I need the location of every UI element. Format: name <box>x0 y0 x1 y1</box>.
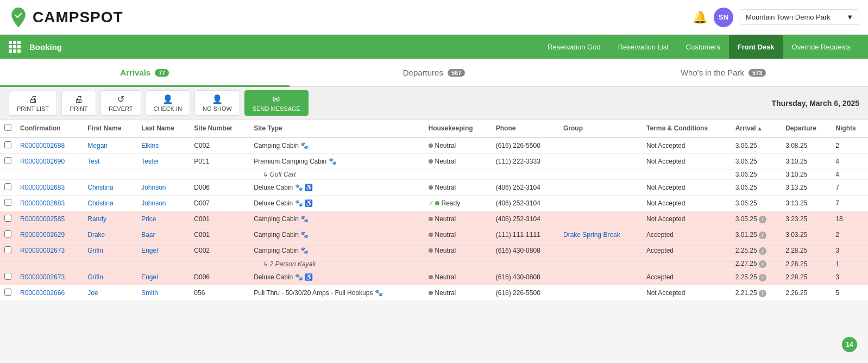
last-name-link[interactable]: Johnson <box>141 184 166 191</box>
select-all-checkbox[interactable] <box>4 124 11 131</box>
first-name-link[interactable]: Grifin <box>87 273 103 281</box>
user-avatar[interactable]: SN <box>714 8 733 27</box>
housekeeping-cell: Neutral <box>424 243 492 259</box>
row-checkbox[interactable] <box>4 273 11 280</box>
row-checkbox[interactable] <box>4 215 11 222</box>
sub-departure-cell: 2.28.25 <box>781 259 831 270</box>
tab-whos-in-park[interactable]: Who's in the Park 573 <box>578 60 868 87</box>
sub-first-name-cell <box>83 170 137 180</box>
housekeeping-dot <box>429 233 433 237</box>
terms-cell: Not Accepted <box>642 137 731 154</box>
nav-link-customers[interactable]: Customers <box>677 35 729 59</box>
print-button[interactable]: 🖨 PRINT <box>61 91 96 116</box>
last-name-link[interactable]: Engel <box>141 247 158 254</box>
tab-departures[interactable]: Departures 567 <box>290 60 579 87</box>
last-name-link[interactable]: Baar <box>141 231 155 239</box>
no-show-icon: 👤 <box>212 94 223 104</box>
last-name-cell: Smith <box>137 285 190 301</box>
sub-group-cell <box>559 259 642 270</box>
sub-site-type-cell: ↳ 2 Person Kayak <box>249 259 424 270</box>
row-checkbox[interactable] <box>4 289 11 296</box>
site-number-cell: D006 <box>190 270 249 285</box>
table-row: R00000002683 Christina Johnson D007 Delu… <box>0 196 868 211</box>
row-checkbox[interactable] <box>4 230 11 237</box>
phone-cell: (406) 252-3104 <box>492 196 559 211</box>
site-number-cell: C001 <box>190 211 249 227</box>
row-checkbox[interactable] <box>4 199 11 206</box>
arrival-info-icon[interactable]: i <box>759 247 766 255</box>
first-name-link[interactable]: Joe <box>87 289 98 297</box>
housekeeping-status: Neutral <box>435 247 456 254</box>
first-name-link[interactable]: Christina <box>87 184 113 191</box>
first-name-link[interactable]: Megan <box>87 142 108 149</box>
revert-label: REVERT <box>109 105 133 112</box>
last-name-link[interactable]: Smith <box>141 289 158 297</box>
check-in-button[interactable]: 👤 CHECK IN <box>146 90 191 116</box>
print-label: PRINT <box>70 105 88 112</box>
first-name-link[interactable]: Test <box>87 158 99 165</box>
last-name-link[interactable]: Tester <box>141 158 159 165</box>
row-checkbox[interactable] <box>4 183 11 190</box>
row-checkbox[interactable] <box>4 246 11 253</box>
col-arrival[interactable]: Arrival ▲ <box>731 120 782 137</box>
last-name-link[interactable]: Engel <box>141 273 158 281</box>
col-last-name: Last Name <box>137 120 190 137</box>
confirmation-link[interactable]: R00000002673 <box>20 273 65 281</box>
row-checkbox[interactable] <box>4 141 11 148</box>
sub-terms-cell <box>642 170 731 180</box>
arrival-info-icon[interactable]: i <box>759 231 766 239</box>
arrival-info-icon[interactable]: i <box>759 290 766 297</box>
group-link[interactable]: Drake Spring Break <box>563 231 620 239</box>
confirmation-link[interactable]: R00000002666 <box>20 289 65 297</box>
revert-button[interactable]: ↺ REVERT <box>100 90 141 116</box>
last-name-cell: Price <box>137 211 190 227</box>
print-list-button[interactable]: 🖨 PRINT LIST <box>9 91 57 116</box>
arrival-info-icon[interactable]: i <box>759 216 766 223</box>
arrival-info-icon[interactable]: i <box>759 274 766 281</box>
phone-cell: (616) 226-5500 <box>492 137 559 154</box>
confirmation-link[interactable]: R00000002688 <box>20 142 65 149</box>
site-type-cell: Camping Cabin 🐾 <box>249 211 424 227</box>
confirmation-link[interactable]: R00000002683 <box>20 184 65 191</box>
confirmation-link[interactable]: R00000002585 <box>20 215 65 223</box>
last-name-link[interactable]: Price <box>141 215 156 223</box>
first-name-link[interactable]: Randy <box>87 215 106 223</box>
col-phone: Phone <box>492 120 559 137</box>
first-name-link[interactable]: Christina <box>87 199 113 207</box>
nav-link-reservation-grid[interactable]: Reservation Grid <box>539 35 609 59</box>
tab-departures-badge: 567 <box>448 69 465 77</box>
notification-bell-icon[interactable]: 🔔 <box>693 10 707 24</box>
site-type-cell: Camping Cabin 🐾 <box>249 243 424 259</box>
arrival-cell: 2.25.25i <box>731 243 782 259</box>
first-name-link[interactable]: Drake <box>87 231 105 239</box>
send-message-button[interactable]: ✉ SEND MESSAGE <box>244 90 309 116</box>
table-sub-row: ↳ Golf Cart 3.06.25 3.10.25 4 <box>0 170 868 180</box>
first-name-link[interactable]: Grifin <box>87 247 103 254</box>
grid-menu-icon[interactable] <box>9 41 21 53</box>
confirmation-link[interactable]: R00000002683 <box>20 199 65 207</box>
row-checkbox[interactable] <box>4 157 11 164</box>
nav-booking-label: Booking <box>29 42 62 52</box>
top-right-controls: 🔔 SN Mountain Town Demo Park ▼ <box>693 8 859 27</box>
housekeeping-cell: Neutral <box>424 270 492 285</box>
confirmation-link[interactable]: R00000002673 <box>20 247 65 254</box>
first-name-cell: Christina <box>83 196 137 211</box>
tab-arrivals[interactable]: Arrivals 77 <box>0 60 290 87</box>
nav-link-override-requests[interactable]: Override Requests <box>783 35 859 59</box>
logo: CAMPSPOT <box>9 7 123 28</box>
no-show-button[interactable]: 👤 NO SHOW <box>194 90 240 116</box>
table-row: R00000002690 Test Tester P011 Premium Ca… <box>0 154 868 170</box>
park-selector[interactable]: Mountain Town Demo Park ▼ <box>740 9 859 25</box>
first-name-cell: Grifin <box>83 270 137 285</box>
confirmation-link[interactable]: R00000002690 <box>20 158 65 165</box>
confirmation-link[interactable]: R00000002629 <box>20 231 65 239</box>
nav-link-reservation-list[interactable]: Reservation List <box>609 35 677 59</box>
site-number-cell: D006 <box>190 180 249 196</box>
last-name-link[interactable]: Johnson <box>141 199 166 207</box>
nav-link-front-desk[interactable]: Front Desk <box>729 35 783 59</box>
last-name-link[interactable]: Elkins <box>141 142 159 149</box>
send-message-icon: ✉ <box>273 94 280 104</box>
departure-cell: 2.28.25 <box>781 270 831 285</box>
table-row: R00000002683 Christina Johnson D006 Delu… <box>0 180 868 196</box>
sub-arrival-info-icon[interactable]: i <box>759 260 766 268</box>
